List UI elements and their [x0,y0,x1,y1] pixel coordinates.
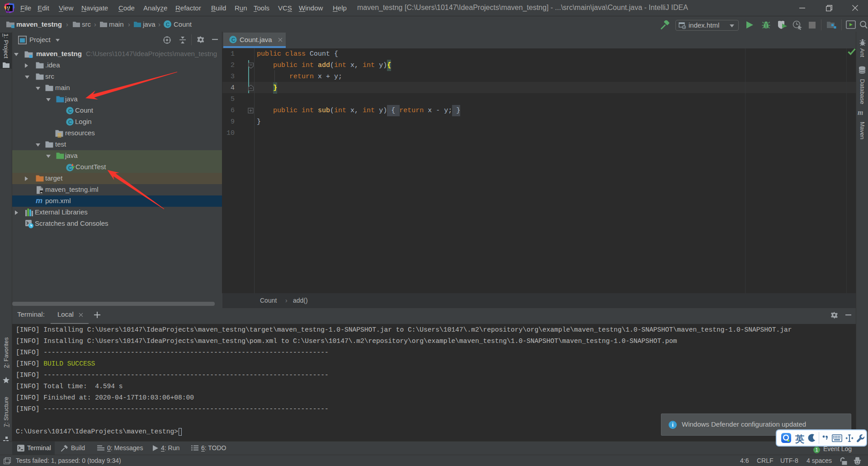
svg-text:IJ: IJ [7,5,10,10]
svg-text:C: C [166,22,170,27]
svg-text:C: C [231,37,235,43]
svg-text:C: C [68,119,72,125]
svg-text:C: C [68,108,72,114]
svg-text:C: C [68,165,72,171]
